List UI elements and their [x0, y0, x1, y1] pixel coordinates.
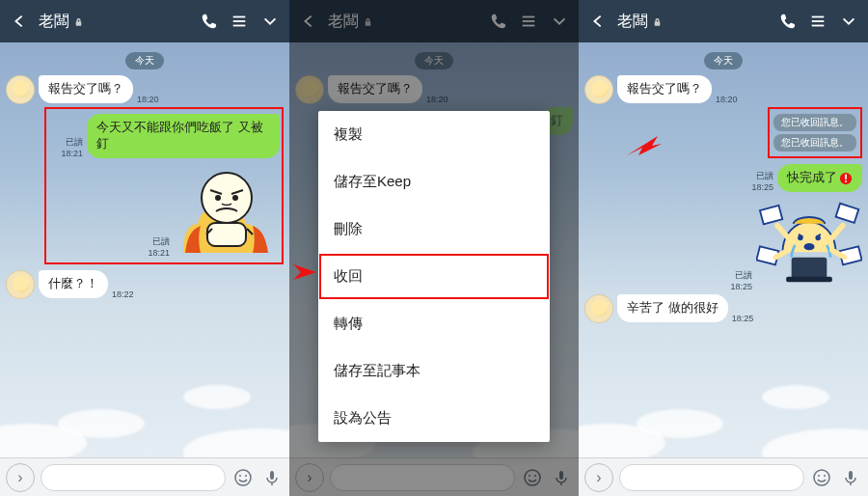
- chat-footer: ›: [0, 457, 289, 496]
- svg-point-10: [202, 173, 252, 223]
- call-icon[interactable]: [197, 10, 220, 33]
- timestamp: 18:20: [716, 95, 738, 104]
- timestamp: 18:25: [751, 182, 773, 192]
- date-badge: 今天: [125, 52, 164, 69]
- svg-rect-13: [207, 223, 246, 246]
- message-in[interactable]: 報告交了嗎？ 18:20: [584, 75, 862, 104]
- highlight-box: 您已收回訊息。 您已收回訊息。: [768, 107, 862, 158]
- avatar[interactable]: [584, 294, 613, 323]
- annotation-arrow-icon: [625, 130, 664, 163]
- read-label: 已讀: [66, 136, 83, 149]
- list-icon[interactable]: [228, 10, 251, 33]
- chat-title: 老闆: [39, 12, 84, 32]
- more-button[interactable]: ›: [584, 463, 613, 492]
- chat-body: 今天 報告交了嗎？ 18:20 您已收回訊息。 您已收回訊息。 已讀 18:25…: [579, 42, 868, 457]
- chat-footer: ›: [579, 457, 868, 496]
- menu-delete[interactable]: 刪除: [318, 206, 550, 253]
- timestamp: 18:25: [730, 282, 752, 291]
- bubble-text: 今天又不能跟你們吃飯了 又被釘: [87, 114, 280, 158]
- menu-forward[interactable]: 轉傳: [318, 300, 550, 347]
- list-icon[interactable]: [806, 10, 829, 33]
- svg-rect-14: [760, 206, 782, 224]
- sticker-out[interactable]: 已讀 18:21: [48, 161, 280, 258]
- read-label: 已讀: [735, 269, 752, 282]
- svg-point-11: [215, 195, 221, 201]
- svg-rect-21: [792, 258, 827, 279]
- svg-point-20: [804, 243, 815, 250]
- highlight-box: 已讀 18:21 今天又不能跟你們吃飯了 又被釘 已讀 18:21: [44, 107, 284, 264]
- chat-title: 老闆: [617, 12, 663, 32]
- read-label: 已讀: [152, 235, 170, 248]
- emoji-icon[interactable]: [231, 466, 255, 489]
- message-out[interactable]: 已讀 18:21 今天又不能跟你們吃飯了 又被釘: [48, 114, 280, 158]
- bubble-text: 快完成了: [777, 164, 862, 192]
- mic-icon[interactable]: [839, 466, 862, 489]
- contact-name: 老闆: [617, 12, 648, 32]
- timestamp: 18:21: [148, 248, 170, 258]
- message-input[interactable]: [41, 464, 226, 491]
- more-button[interactable]: ›: [6, 463, 35, 492]
- lock-icon: [652, 16, 663, 27]
- unsent-badge: 您已收回訊息。: [773, 134, 856, 152]
- message-in[interactable]: 辛苦了 做的很好 18:25: [584, 294, 862, 323]
- avatar[interactable]: [6, 270, 35, 299]
- timestamp: 18:22: [112, 289, 134, 299]
- timestamp: 18:21: [61, 149, 83, 158]
- avatar[interactable]: [6, 75, 35, 104]
- message-in[interactable]: 報告交了嗎？ 18:20: [6, 75, 284, 104]
- date-badge: 今天: [704, 52, 743, 69]
- menu-note[interactable]: 儲存至記事本: [318, 347, 550, 395]
- screen-1: 老闆 今天 報告交了嗎？ 18:20 已讀 18:21 今天又不能跟你們吃飯了 …: [0, 0, 289, 496]
- timestamp: 18:20: [137, 95, 159, 104]
- chat-header: 老闆: [579, 0, 868, 42]
- bubble-text: 辛苦了 做的很好: [617, 294, 728, 322]
- svg-rect-22: [786, 277, 832, 283]
- call-icon[interactable]: [775, 10, 799, 33]
- chevron-down-icon[interactable]: [837, 10, 860, 33]
- chevron-down-icon[interactable]: [258, 10, 282, 33]
- svg-point-12: [232, 195, 238, 201]
- menu-unsend[interactable]: 收回: [318, 253, 550, 300]
- menu-keep[interactable]: 儲存至Keep: [318, 158, 550, 206]
- moon-angry-sticker: [174, 161, 280, 258]
- unsent-badge: 您已收回訊息。: [773, 114, 856, 131]
- emoji-icon[interactable]: [810, 466, 833, 489]
- bubble-text: 報告交了嗎？: [617, 75, 712, 103]
- contact-name: 老闆: [39, 12, 69, 32]
- menu-copy[interactable]: 複製: [318, 111, 550, 158]
- sticker-out[interactable]: 已讀 18:25: [584, 195, 862, 291]
- bubble-text: 什麼？！: [39, 270, 108, 298]
- screen-2: 老闆 今天 報告交了嗎？ 18:20 釘 › 複製 儲存至Keep 刪除 收回 …: [289, 0, 579, 496]
- read-label: 已讀: [756, 170, 773, 182]
- context-menu: 複製 儲存至Keep 刪除 收回 轉傳 儲存至記事本 設為公告: [318, 111, 550, 442]
- message-out[interactable]: 已讀 18:25 快完成了: [584, 164, 862, 192]
- back-icon[interactable]: [8, 10, 31, 33]
- mic-icon[interactable]: [260, 466, 284, 489]
- exclamation-icon: [839, 172, 853, 185]
- bubble-text: 報告交了嗎？: [39, 75, 133, 103]
- chat-body: 今天 報告交了嗎？ 18:20 已讀 18:21 今天又不能跟你們吃飯了 又被釘…: [0, 42, 289, 457]
- lock-icon: [73, 16, 84, 27]
- svg-rect-15: [836, 204, 859, 223]
- screen-3: 老闆 今天 報告交了嗎？ 18:20 您已收回訊息。 您已收回訊息。 已讀 18…: [579, 0, 868, 496]
- timestamp: 18:25: [732, 314, 754, 323]
- chat-header: 老闆: [0, 0, 289, 42]
- back-icon[interactable]: [586, 10, 610, 33]
- annotation-arrow-icon: [291, 261, 320, 288]
- avatar[interactable]: [584, 75, 613, 104]
- message-input[interactable]: [619, 464, 804, 491]
- message-in[interactable]: 什麼？！ 18:22: [6, 270, 284, 299]
- menu-announce[interactable]: 設為公告: [318, 395, 550, 442]
- busy-sticker: [756, 195, 862, 291]
